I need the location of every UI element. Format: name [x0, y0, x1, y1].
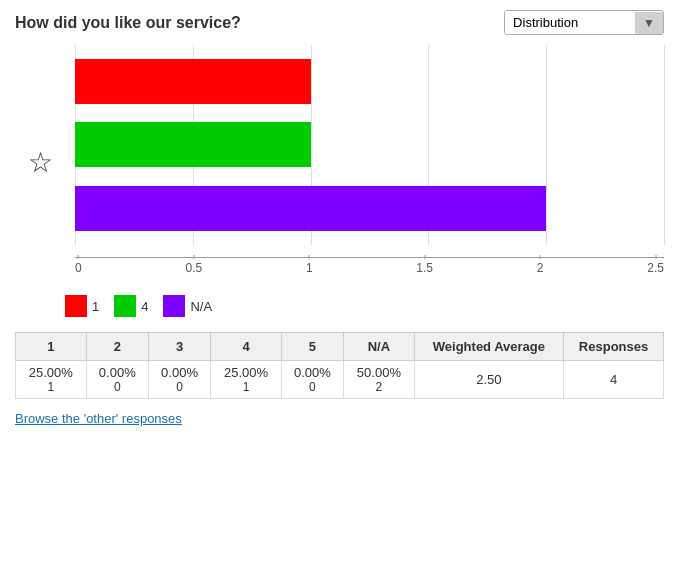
chart-legend: 1 4 N/A — [15, 295, 664, 317]
legend-item-4: 4 — [114, 295, 148, 317]
col-header-4: 4 — [211, 333, 282, 361]
page-header: How did you like our service? Distributi… — [15, 10, 664, 35]
x-tick-05: 0.5 — [185, 261, 202, 275]
bar-green — [75, 122, 311, 167]
bar-row-1 — [75, 54, 664, 109]
bar-chart: 0 0.5 1 1.5 2 2.5 — [75, 45, 664, 275]
browse-other-link[interactable]: Browse the 'other' responses — [15, 411, 182, 426]
col-header-1: 1 — [16, 333, 87, 361]
legend-item-na: N/A — [163, 295, 212, 317]
col-header-weighted-avg: Weighted Average — [414, 333, 563, 361]
cell-col1: 25.00% 1 — [16, 361, 87, 399]
legend-label-1: 1 — [92, 299, 99, 314]
col-header-3: 3 — [148, 333, 210, 361]
x-tick-2: 2 — [537, 261, 544, 275]
view-dropdown[interactable]: Distribution Percentage Count — [505, 11, 635, 34]
chart-area: ☆ — [15, 45, 664, 280]
x-tick-25: 2.5 — [647, 261, 664, 275]
cell-responses: 4 — [564, 361, 664, 399]
legend-label-4: 4 — [141, 299, 148, 314]
col-header-responses: Responses — [564, 333, 664, 361]
x-axis-inner: 0 0.5 1 1.5 2 2.5 — [75, 257, 664, 275]
col-header-na: N/A — [344, 333, 415, 361]
gridline-25 — [664, 45, 665, 245]
star-icon: ☆ — [15, 45, 65, 280]
bar-row-na — [75, 181, 664, 236]
cell-colNA: 50.00% 2 — [344, 361, 415, 399]
table-row: 25.00% 1 0.00% 0 0.00% 0 25.00% 1 0.00% … — [16, 361, 664, 399]
bar-red — [75, 59, 311, 104]
dropdown-arrow-icon: ▼ — [635, 12, 663, 34]
legend-label-na: N/A — [190, 299, 212, 314]
x-tick-0: 0 — [75, 261, 82, 275]
question-title: How did you like our service? — [15, 14, 241, 32]
view-dropdown-wrapper[interactable]: Distribution Percentage Count ▼ — [504, 10, 664, 35]
legend-color-red — [65, 295, 87, 317]
bar-purple — [75, 186, 546, 231]
x-axis: 0 0.5 1 1.5 2 2.5 — [75, 245, 664, 275]
cell-col4: 25.00% 1 — [211, 361, 282, 399]
table-header-row: 1 2 3 4 5 N/A Weighted Average Responses — [16, 333, 664, 361]
x-tick-15: 1.5 — [416, 261, 433, 275]
bar-row-4 — [75, 117, 664, 172]
col-header-2: 2 — [86, 333, 148, 361]
x-tick-1: 1 — [306, 261, 313, 275]
bars-area — [75, 45, 664, 245]
cell-col3: 0.00% 0 — [148, 361, 210, 399]
cell-col2: 0.00% 0 — [86, 361, 148, 399]
col-header-5: 5 — [281, 333, 343, 361]
legend-color-purple — [163, 295, 185, 317]
data-table: 1 2 3 4 5 N/A Weighted Average Responses… — [15, 332, 664, 399]
legend-item-1: 1 — [65, 295, 99, 317]
chart-container: 0 0.5 1 1.5 2 2.5 — [65, 45, 664, 280]
cell-col5: 0.00% 0 — [281, 361, 343, 399]
cell-weighted-avg: 2.50 — [414, 361, 563, 399]
legend-color-green — [114, 295, 136, 317]
